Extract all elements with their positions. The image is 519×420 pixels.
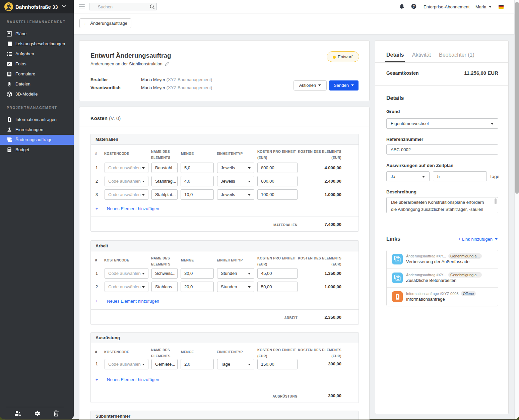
svg-text:?: ?	[413, 5, 415, 8]
